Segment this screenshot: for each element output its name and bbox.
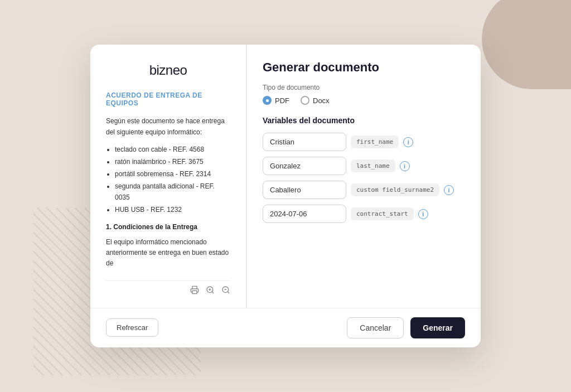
svg-line-2 (212, 292, 214, 293)
list-item: HUB USB - REF. 1232 (115, 205, 230, 215)
equipment-list: teclado con cable - REF. 4568 ratón inal… (106, 144, 230, 215)
pdf-radio[interactable] (263, 96, 272, 105)
doc-intro-text: Según este documento se hace entrega del… (106, 116, 230, 137)
modal-footer: Refrescar Cancelar Generar (90, 308, 481, 347)
left-panel: bizneo ACUERDO DE ENTREGA DE EQUIPOS Seg… (90, 45, 246, 307)
svg-rect-0 (192, 291, 197, 293)
variables-section-label: Variables del documento (263, 116, 465, 125)
first-name-tag: first_name (351, 135, 399, 148)
last-name-info-icon[interactable]: i (400, 161, 410, 171)
last-name-tag: last_name (351, 159, 395, 172)
pdf-label: PDF (275, 96, 289, 105)
cancel-button[interactable]: Cancelar (347, 317, 404, 338)
variable-row-firstname: first_name i (263, 133, 465, 151)
variable-row-surname2: custom field_surname2 i (263, 181, 465, 199)
print-icon[interactable] (190, 285, 199, 297)
bizneo-logo: bizneo (106, 62, 230, 78)
doc-toolbar (106, 280, 230, 297)
list-item: portátil sobremensa - REF. 2314 (115, 169, 230, 180)
contract-start-tag: contract_start (351, 207, 414, 220)
document-content: Según este documento se hace entrega del… (106, 116, 230, 275)
contract-start-input[interactable] (263, 205, 346, 223)
right-panel: Generar documento Tipo de documento PDF … (247, 45, 481, 307)
docx-label: Docx (313, 96, 330, 105)
pdf-option[interactable]: PDF (263, 96, 289, 105)
surname2-input[interactable] (263, 181, 346, 199)
tipo-label: Tipo de documento (263, 84, 465, 91)
variable-row-contract-start: contract_start i (263, 205, 465, 223)
modal-body: bizneo ACUERDO DE ENTREGA DE EQUIPOS Seg… (90, 45, 481, 307)
document-title: ACUERDO DE ENTREGA DE EQUIPOS (106, 91, 230, 107)
list-item: teclado con cable - REF. 4568 (115, 144, 230, 155)
generate-button[interactable]: Generar (410, 317, 465, 338)
last-name-input[interactable] (263, 157, 346, 175)
zoom-in-icon[interactable] (206, 285, 215, 297)
variable-row-lastname: last_name i (263, 157, 465, 175)
svg-line-6 (228, 292, 229, 293)
surname2-info-icon[interactable]: i (444, 185, 454, 195)
surname2-tag: custom field_surname2 (351, 183, 439, 196)
conditions-heading: 1. Condiciones de la Entrega (106, 222, 230, 233)
format-radio-group: PDF Docx (263, 96, 465, 105)
contract-start-info-icon[interactable]: i (418, 209, 428, 219)
list-item: ratón inalámbrico - REF. 3675 (115, 157, 230, 167)
footer-actions: Cancelar Generar (347, 317, 465, 338)
docx-option[interactable]: Docx (301, 96, 330, 105)
panel-title: Generar documento (263, 60, 465, 75)
modal-container: bizneo ACUERDO DE ENTREGA DE EQUIPOS Seg… (90, 45, 481, 347)
zoom-out-icon[interactable] (221, 285, 230, 297)
docx-radio[interactable] (301, 96, 309, 105)
list-item: segunda pantalla adicional - REF. 0035 (115, 181, 230, 202)
first-name-info-icon[interactable]: i (403, 137, 413, 147)
first-name-input[interactable] (263, 133, 346, 151)
refresh-button[interactable]: Refrescar (106, 318, 158, 337)
conditions-text: El equipo informático mencionado anterio… (106, 237, 230, 269)
